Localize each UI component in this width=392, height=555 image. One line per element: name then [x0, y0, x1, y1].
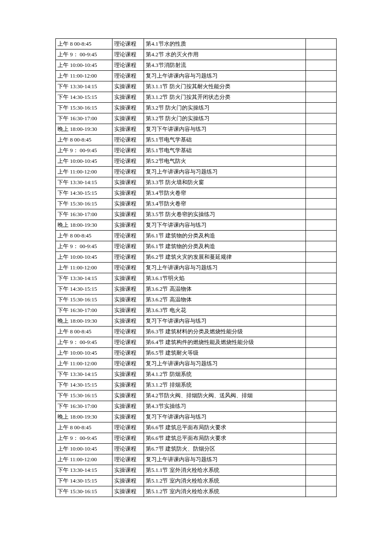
cell-type: 实操课程 [112, 209, 144, 220]
cell-time: 上午 9： 00-9:45 [56, 145, 112, 156]
table-row: 上午 9： 00-9:45理论课程第4.2节 水的灭火作用 [56, 49, 337, 60]
cell-time: 下午 14:30-15:15 [56, 284, 112, 295]
table-row: 上午 10:00-10:45理论课程第6.2节 建筑火灾的发展和蔓延规律 [56, 252, 337, 263]
cell-time: 下午 14:30-15:15 [56, 188, 112, 199]
cell-content: 第3.2节 防火门的实操练习 [144, 103, 306, 113]
cell-time: 上午 10:00-10:45 [56, 60, 112, 71]
cell-empty [306, 92, 337, 103]
cell-time: 上午 9： 00-9:45 [56, 49, 112, 60]
cell-type: 实操课程 [112, 273, 144, 284]
cell-empty [306, 348, 337, 358]
cell-content: 第6.4节 建筑构件的燃烧性能及燃烧性能分级 [144, 337, 306, 348]
cell-empty [306, 401, 337, 412]
cell-time: 上午 11:00-12:00 [56, 358, 112, 369]
cell-type: 实操课程 [112, 465, 144, 476]
cell-time: 下午 13:30-14:15 [56, 81, 112, 92]
cell-content: 第6.7节 建筑防火、防烟分区 [144, 444, 306, 454]
cell-content: 复习下午讲课内容与练习 [144, 316, 306, 327]
cell-time: 下午 15:30-16:15 [56, 390, 112, 401]
cell-empty [306, 209, 337, 220]
cell-content: 第6.1节 建筑物的分类及构造 [144, 231, 306, 241]
table-row: 上午 11:00-12:00理论课程复习上午讲课内容与习题练习 [56, 263, 337, 273]
cell-type: 实操课程 [112, 380, 144, 390]
cell-type: 实操课程 [112, 390, 144, 401]
table-row: 上午 9： 00-9:45理论课程第6.6节 建筑总平面布局防火要求 [56, 433, 337, 444]
cell-empty [306, 124, 337, 135]
cell-time: 晚上 18:00-19:30 [56, 124, 112, 135]
cell-empty [306, 49, 337, 60]
cell-empty [306, 60, 337, 71]
table-row: 下午 14:30-15:15实操课程第3.1.2节 排烟系统 [56, 380, 337, 390]
cell-type: 理论课程 [112, 49, 144, 60]
cell-time: 晚上 18:00-19:30 [56, 316, 112, 327]
table-row: 上午 9： 00-9:45理论课程第6.1节 建筑物的分类及构造 [56, 241, 337, 252]
cell-type: 理论课程 [112, 358, 144, 369]
table-row: 上午 11:00-12:00理论课程复习上午讲课内容与习题练习 [56, 454, 337, 465]
cell-type: 理论课程 [112, 60, 144, 71]
cell-empty [306, 316, 337, 327]
cell-content: 第6.3节 建筑材料的分类及燃烧性能分级 [144, 327, 306, 337]
cell-empty [306, 465, 337, 476]
cell-empty [306, 231, 337, 241]
cell-type: 理论课程 [112, 454, 144, 465]
cell-time: 下午 13:30-14:15 [56, 465, 112, 476]
cell-empty [306, 422, 337, 433]
cell-content: 第3.4节防火卷帘 [144, 199, 306, 209]
cell-type: 实操课程 [112, 81, 144, 92]
cell-content: 第3.6.1节明火焰 [144, 273, 306, 284]
cell-time: 上午 11:00-12:00 [56, 71, 112, 81]
cell-content: 第3.3节 防火墙和防火窗 [144, 177, 306, 188]
table-row: 上午 11:00-12:00理论课程复习上午讲课内容与习题练习 [56, 71, 337, 81]
cell-type: 理论课程 [112, 39, 144, 49]
table-row: 上午 8 00-8:45理论课程第5.1节电气学基础 [56, 135, 337, 145]
table-row: 下午 14:30-15:15实操课程第3.1.2节 防火门按其开闭状态分类 [56, 92, 337, 103]
cell-empty [306, 135, 337, 145]
cell-time: 下午 16:30-17:00 [56, 305, 112, 316]
cell-content: 第6.5节 建筑耐火等级 [144, 348, 306, 358]
cell-type: 理论课程 [112, 156, 144, 167]
cell-type: 理论课程 [112, 145, 144, 156]
cell-type: 实操课程 [112, 220, 144, 231]
schedule-table: 上午 8 00-8:45理论课程第4.1节水的性质上午 9： 00-9:45理论… [55, 38, 337, 497]
cell-empty [306, 390, 337, 401]
cell-empty [306, 167, 337, 177]
cell-content: 复习上午讲课内容与习题练习 [144, 167, 306, 177]
cell-time: 下午 13:30-14:15 [56, 369, 112, 380]
cell-empty [306, 81, 337, 92]
cell-content: 第4.1节水的性质 [144, 39, 306, 49]
cell-content: 第6.6节 建筑总平面布局防火要求 [144, 433, 306, 444]
cell-time: 上午 11:00-12:00 [56, 167, 112, 177]
table-row: 下午 15:30-16:15实操课程第3.4节防火卷帘 [56, 199, 337, 209]
cell-time: 上午 8 00-8:45 [56, 135, 112, 145]
cell-type: 理论课程 [112, 263, 144, 273]
table-row: 下午 16:30-17:00实操课程第4.3节实操练习 [56, 401, 337, 412]
cell-content: 第3.1.2节 防火门按其开闭状态分类 [144, 92, 306, 103]
cell-type: 理论课程 [112, 241, 144, 252]
cell-empty [306, 39, 337, 49]
table-row: 下午 16:30-17:00实操课程第3.6.3节 电火花 [56, 305, 337, 316]
table-row: 下午 13:30-14:15实操课程第4.1.2节 防烟系统 [56, 369, 337, 380]
cell-type: 理论课程 [112, 135, 144, 145]
table-row: 晚上 18:00-19:30实操课程复习下午讲课内容与练习 [56, 316, 337, 327]
cell-time: 晚上 18:00-19:30 [56, 220, 112, 231]
cell-type: 实操课程 [112, 188, 144, 199]
table-row: 下午 16:30-17:00实操课程第3.2节 防火门的实操练习 [56, 113, 337, 124]
cell-content: 第3.5节 防火卷帘的实操练习 [144, 209, 306, 220]
cell-content: 第3.4节防火卷帘 [144, 188, 306, 199]
cell-type: 理论课程 [112, 231, 144, 241]
table-row: 下午 13:30-14:15实操课程第3.1.1节 防火门按其耐火性能分类 [56, 81, 337, 92]
cell-content: 复习上午讲课内容与习题练习 [144, 71, 306, 81]
cell-time: 上午 8 00-8:45 [56, 39, 112, 49]
table-row: 下午 14:30-15:15实操课程第5.1.2节 室内消火栓给水系统 [56, 476, 337, 486]
cell-time: 下午 15:30-16:15 [56, 295, 112, 305]
cell-time: 下午 14:30-15:15 [56, 476, 112, 486]
table-row: 上午 11:00-12:00理论课程复习上午讲课内容与习题练习 [56, 167, 337, 177]
cell-content: 复习下午讲课内容与练习 [144, 412, 306, 422]
cell-time: 下午 14:30-15:15 [56, 92, 112, 103]
cell-empty [306, 220, 337, 231]
table-row: 上午 8 00-8:45理论课程第6.1节 建筑物的分类及构造 [56, 231, 337, 241]
table-row: 下午 14:30-15:15实操课程第3.6.2节 高温物体 [56, 284, 337, 295]
cell-time: 上午 10:00-10:45 [56, 156, 112, 167]
table-row: 晚上 18:00-19:30实操课程复习下午讲课内容与练习 [56, 124, 337, 135]
cell-type: 实操课程 [112, 284, 144, 295]
